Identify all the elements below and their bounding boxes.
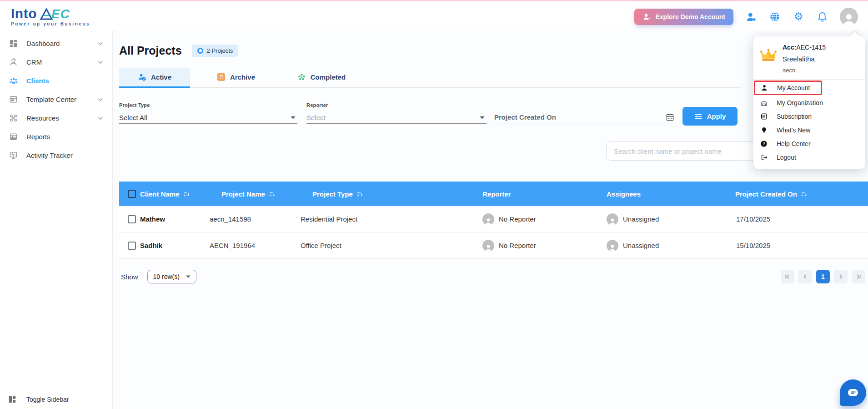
sort-icon[interactable] (801, 192, 807, 197)
sidebar-label: Dashboard (26, 40, 60, 47)
page-number-button[interactable]: 1 (816, 270, 830, 283)
sidebar-item-template-center[interactable]: Template Center (0, 90, 112, 109)
project-type-cell: Residential Project (301, 215, 357, 223)
row-checkbox[interactable] (128, 242, 136, 250)
assignee-avatar-icon (607, 213, 618, 225)
dropdown-caret-icon (186, 275, 191, 278)
logo-text-ec: EC (51, 8, 70, 20)
menu-item-label: Subscription (777, 113, 812, 120)
project-type-value: Select All (119, 114, 147, 121)
sort-icon[interactable] (357, 192, 363, 197)
sidebar-item-dashboard[interactable]: Dashboard (0, 34, 112, 53)
project-tabs: Active Archive Completed (119, 68, 741, 88)
tab-label: Active (151, 73, 171, 81)
sidebar-label: Resources (26, 114, 59, 122)
dashboard-icon (9, 39, 19, 48)
explore-demo-account-button[interactable]: Explore Demo Account (634, 9, 733, 25)
reporter-select[interactable] (306, 112, 487, 124)
intoaec-logo[interactable]: Into EC Power up your Business (11, 7, 90, 26)
created-on-datepicker[interactable] (494, 111, 675, 123)
clients-icon (9, 76, 19, 86)
notifications-bell-icon[interactable] (816, 11, 828, 23)
account-id-value: AEC-1415 (796, 44, 826, 51)
project-name-cell: AECN_191964 (210, 242, 255, 249)
account-id: Acc:AEC-1415 (783, 44, 859, 51)
explore-demo-account-label: Explore Demo Account (655, 13, 725, 20)
menu-item-label: My Organization (777, 99, 823, 106)
last-page-button[interactable] (852, 270, 865, 283)
tab-archive[interactable]: Archive (202, 68, 270, 88)
sidebar-item-activity-tracker[interactable]: Activity Tracker (0, 146, 112, 165)
previous-page-button[interactable] (798, 270, 812, 283)
table-row[interactable]: Mathew aecn_141598 Residential Project N… (119, 206, 868, 232)
user-avatar[interactable] (840, 8, 858, 26)
project-name-cell: aecn_141598 (210, 215, 251, 223)
menu-item-logout[interactable]: Logout (753, 151, 865, 164)
template-center-icon (9, 95, 19, 104)
toggle-sidebar-icon (8, 395, 16, 404)
sidebar-item-reports[interactable]: Reports (0, 127, 112, 146)
whats-new-icon (760, 126, 768, 134)
menu-item-my-organization[interactable]: My Organization (753, 96, 865, 110)
sidebar-item-clients[interactable]: Clients (0, 71, 112, 90)
menu-item-label: Logout (777, 154, 796, 161)
column-header-client-name[interactable]: Client Name (140, 190, 180, 198)
reporter-cell: No Reporter (499, 215, 536, 223)
sidebar-label: Reports (26, 133, 50, 141)
reporter-input[interactable] (306, 114, 480, 121)
created-on-input[interactable] (494, 113, 666, 121)
project-type-select[interactable]: Select All (119, 112, 297, 124)
toggle-sidebar-button[interactable]: Toggle Sidebar (8, 395, 69, 404)
sidebar-item-resources[interactable]: Resources (0, 109, 112, 127)
tab-active[interactable]: Active (119, 68, 190, 88)
tab-completed[interactable]: Completed (283, 68, 360, 88)
sort-icon[interactable] (184, 192, 190, 197)
reports-icon (9, 132, 19, 141)
demo-person-icon (642, 13, 651, 21)
dropdown-caret-icon (291, 116, 296, 119)
assignees-cell: Unassigned (623, 215, 659, 223)
chevron-down-icon (98, 42, 103, 45)
settings-gear-icon[interactable]: ⚙ (793, 11, 804, 23)
add-user-icon[interactable] (745, 11, 757, 23)
sidebar-item-crm[interactable]: CRM (0, 53, 112, 71)
account-summary: Acc:AEC-1415 Sreelalitha aecn (753, 42, 865, 79)
menu-divider (753, 79, 865, 80)
next-page-button[interactable] (834, 270, 848, 283)
globe-language-icon[interactable] (769, 11, 781, 23)
first-page-button[interactable] (781, 270, 794, 283)
sliders-icon (694, 113, 702, 120)
column-header-project-name[interactable]: Project Name (221, 190, 265, 198)
rows-per-page-select[interactable]: 10 row(s) (147, 270, 196, 283)
column-header-created-on[interactable]: Project Created On (735, 190, 797, 198)
assignee-avatar-icon (607, 240, 618, 252)
reporter-avatar-icon (482, 213, 494, 225)
tab-label: Completed (311, 73, 346, 81)
menu-item-help-center[interactable]: ? Help Center (753, 137, 865, 151)
app-header: Into EC Power up your Business Explore D… (0, 3, 868, 30)
menu-item-subscription[interactable]: Subscription (753, 110, 865, 123)
project-count-badge: 2 Projects (192, 45, 239, 57)
row-checkbox[interactable] (128, 215, 136, 223)
sort-icon[interactable] (269, 192, 275, 197)
project-type-cell: Office Project (301, 242, 341, 249)
chat-launcher-button[interactable] (840, 379, 866, 406)
menu-item-my-account[interactable]: My Account (755, 82, 821, 94)
ring-icon (197, 48, 203, 54)
logout-icon (760, 154, 768, 161)
reporter-avatar-icon (482, 240, 494, 252)
project-count-label: 2 Projects (207, 47, 233, 54)
menu-item-whats-new[interactable]: What's New (753, 123, 865, 137)
projects-table: Client Name Project Name Project Type (119, 182, 868, 259)
my-account-highlight-box: My Account (754, 81, 822, 95)
assignees-cell: Unassigned (623, 242, 659, 249)
table-row[interactable]: Sadhik AECN_191964 Office Project No Rep… (119, 232, 868, 259)
column-header-project-type[interactable]: Project Type (312, 190, 353, 198)
apply-filters-button[interactable]: Apply (682, 107, 738, 126)
client-name-cell: Mathew (140, 215, 165, 223)
calendar-icon[interactable] (666, 113, 674, 121)
select-all-checkbox[interactable] (128, 190, 136, 198)
column-header-assignees[interactable]: Assignees (607, 190, 641, 198)
column-header-reporter[interactable]: Reporter (482, 190, 511, 198)
sidebar-label: Template Center (26, 96, 76, 103)
